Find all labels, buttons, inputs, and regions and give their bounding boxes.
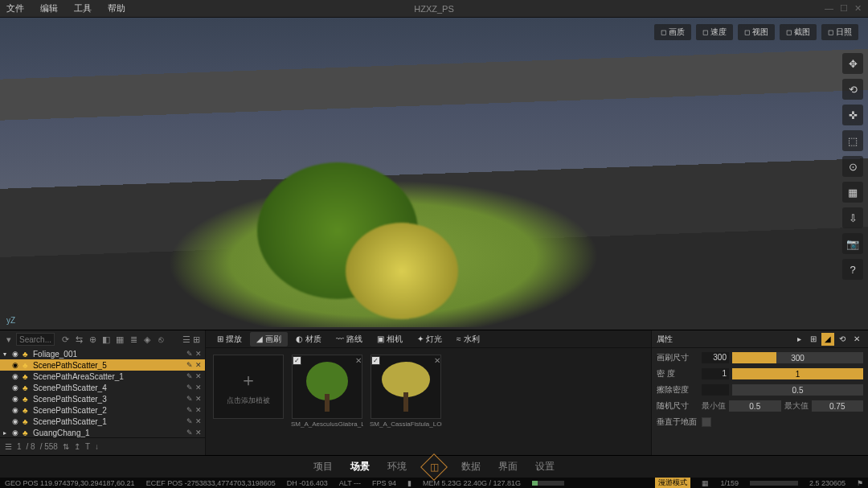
vp-tool-camera-icon[interactable]: 📷 <box>842 233 863 254</box>
vp-tool-help-icon[interactable]: ? <box>842 259 863 280</box>
vp-tool-grid-icon[interactable]: ▦ <box>842 182 863 203</box>
status-roam-icon[interactable]: ▦ <box>702 479 709 487</box>
vp-btn-quality[interactable]: 画质 <box>654 24 691 40</box>
delete-icon[interactable]: ✕ <box>195 395 202 403</box>
vp-tool-move-icon[interactable]: ✥ <box>842 53 863 74</box>
layer-icon[interactable]: ◧ <box>100 334 112 345</box>
tree-item[interactable]: ◉ ♣ ScenePathAreaScatter_1 ✎✕ <box>0 371 205 382</box>
outline-tree[interactable]: ▾ ◉ ♣ Foliage_001 ✎✕ ◉ ♣ ScenePathScatte… <box>0 348 205 437</box>
tree-item[interactable]: ▸ ◉ ♣ GuangChang_1 ✎✕ <box>0 427 205 437</box>
edit-icon[interactable]: ✎ <box>186 350 193 358</box>
tag-icon[interactable]: ◈ <box>141 334 153 345</box>
edit-icon[interactable]: ✎ <box>186 406 193 414</box>
expand-icon[interactable]: ▾ <box>5 334 13 345</box>
asset-tab[interactable]: ≈水利 <box>450 332 486 347</box>
expand-toggle-icon[interactable]: ▸ <box>3 429 10 437</box>
tree-item[interactable]: ◉ ♣ ScenePathScatter_2 ✎✕ <box>0 404 205 416</box>
main-tab[interactable]: 场景 <box>350 460 370 474</box>
edit-icon[interactable]: ✎ <box>186 361 193 369</box>
refresh-icon[interactable]: ⟳ <box>59 334 71 345</box>
asset-tab[interactable]: 〰路线 <box>330 332 369 347</box>
asset-tile[interactable]: ✓ ✕ SM_A_CassiaFistula_LOD0 <box>370 355 442 449</box>
prop-tool-grid-icon[interactable]: ⊞ <box>807 333 820 346</box>
delete-icon[interactable]: ✕ <box>195 383 202 392</box>
property-slider[interactable]: 0.5 <box>729 400 781 412</box>
vp-tool-frame-icon[interactable]: ⬚ <box>842 130 863 151</box>
asset-tab[interactable]: ◐材质 <box>289 332 328 347</box>
asset-thumbnail[interactable] <box>292 355 362 419</box>
pager-sort-icon[interactable]: ⇅ <box>63 442 69 451</box>
asset-thumbnail[interactable] <box>371 355 441 419</box>
asset-tab[interactable]: ⊞摆放 <box>211 332 248 347</box>
pager-text-icon[interactable]: T <box>85 442 90 451</box>
pager-down-icon[interactable]: ↓ <box>95 442 99 451</box>
visibility-icon[interactable]: ◉ <box>12 383 20 392</box>
delete-icon[interactable]: ✕ <box>195 350 202 358</box>
search-input[interactable] <box>16 333 55 346</box>
vp-tool-download-icon[interactable]: ⇩ <box>842 207 863 228</box>
visibility-icon[interactable]: ◉ <box>12 406 20 414</box>
property-slider[interactable]: 0.75 <box>812 400 864 412</box>
menu-edit[interactable]: 编辑 <box>40 2 58 14</box>
vp-tool-pan-icon[interactable]: ✜ <box>842 105 863 125</box>
status-flag-icon[interactable]: ⚑ <box>857 479 863 487</box>
prop-tool-reset-icon[interactable]: ⟲ <box>836 333 849 346</box>
stack-icon[interactable]: ≣ <box>128 334 139 345</box>
asset-remove-icon[interactable]: ✕ <box>434 356 440 365</box>
menu-help[interactable]: 帮助 <box>108 2 125 14</box>
pager-list-icon[interactable]: ☰ <box>5 442 12 451</box>
edit-icon[interactable]: ✎ <box>186 383 193 392</box>
property-slider[interactable]: 0.5 <box>732 384 863 396</box>
main-tab[interactable]: 环境 <box>387 460 407 474</box>
expand-toggle-icon[interactable]: ▾ <box>3 351 10 358</box>
asset-tile[interactable]: ✓ ✕ SM_A_AesculusGlabra_LOD0 <box>291 355 363 449</box>
property-checkbox[interactable] <box>702 417 711 427</box>
vp-tool-rotate-icon[interactable]: ⟲ <box>842 79 863 100</box>
edit-icon[interactable]: ✎ <box>186 417 193 425</box>
edit-icon[interactable]: ✎ <box>186 395 193 403</box>
edit-icon[interactable]: ✎ <box>186 429 193 437</box>
visibility-icon[interactable]: ◉ <box>12 429 20 437</box>
vp-btn-view[interactable]: 视图 <box>738 24 775 40</box>
asset-checkbox[interactable]: ✓ <box>371 356 380 365</box>
add-icon[interactable]: ⊕ <box>87 334 98 345</box>
vp-tool-target-icon[interactable]: ⊙ <box>842 156 863 177</box>
status-roam-mode[interactable]: 漫游模式 <box>655 478 690 488</box>
menu-tool[interactable]: 工具 <box>74 2 92 14</box>
visibility-icon[interactable]: ◉ <box>12 361 20 369</box>
property-slider[interactable]: 1 <box>732 368 863 379</box>
list-view-icon[interactable]: ☰ <box>182 334 190 345</box>
prop-tool-close-icon[interactable]: ✕ <box>850 333 863 346</box>
prop-tool-play-icon[interactable]: ▸ <box>792 333 805 346</box>
main-tab-home-icon[interactable]: ◫ <box>420 453 448 481</box>
visibility-icon[interactable]: ◉ <box>12 372 20 380</box>
visibility-icon[interactable]: ◉ <box>12 350 20 358</box>
delete-icon[interactable]: ✕ <box>195 429 202 437</box>
plus-icon[interactable]: ＋点击添加植被 <box>213 355 284 419</box>
asset-tab[interactable]: ◢画刷 <box>250 332 288 347</box>
main-tab[interactable]: 界面 <box>498 460 518 474</box>
vp-btn-screenshot[interactable]: 截图 <box>780 24 817 40</box>
delete-icon[interactable]: ✕ <box>195 406 202 414</box>
asset-add-tile[interactable]: ＋点击添加植被 <box>212 355 285 449</box>
property-slider[interactable]: 300 <box>732 352 863 363</box>
main-tab[interactable]: 数据 <box>461 460 481 474</box>
viewport-3d[interactable]: 画质 速度 视图 截图 日照 ✥ ⟲ ✜ ⬚ ⊙ ▦ ⇩ 📷 ? yZ <box>0 18 868 330</box>
asset-tab[interactable]: ▣相机 <box>371 332 409 347</box>
visibility-icon[interactable]: ◉ <box>12 395 20 403</box>
grid-icon[interactable]: ▦ <box>114 334 125 345</box>
delete-icon[interactable]: ✕ <box>195 372 202 380</box>
visibility-icon[interactable]: ◉ <box>12 417 20 425</box>
tree-view-icon[interactable]: ⊞ <box>193 334 200 345</box>
delete-icon[interactable]: ✕ <box>195 417 202 425</box>
asset-checkbox[interactable]: ✓ <box>293 356 301 365</box>
property-value[interactable]: 1 <box>702 368 729 379</box>
minimize-icon[interactable]: — <box>825 3 833 14</box>
vp-btn-speed[interactable]: 速度 <box>696 24 733 40</box>
vp-btn-sun[interactable]: 日照 <box>821 24 858 40</box>
property-value[interactable]: 300 <box>702 352 729 363</box>
close-icon[interactable]: ✕ <box>854 3 862 14</box>
property-value[interactable] <box>702 384 729 396</box>
sync-icon[interactable]: ⇆ <box>73 334 84 345</box>
edit-icon[interactable]: ✎ <box>186 372 193 380</box>
